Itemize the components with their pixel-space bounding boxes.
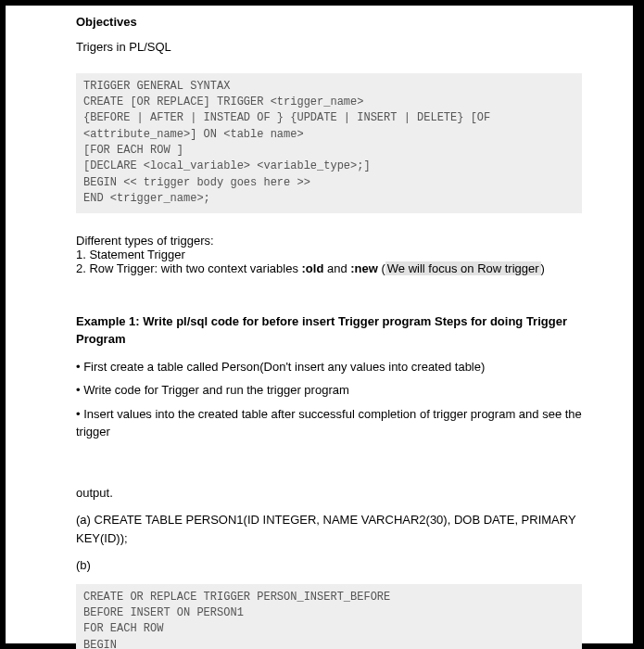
row-trigger-text-c: and xyxy=(323,261,350,275)
example1-heading: Example 1: Write pl/sql code for before … xyxy=(76,312,582,349)
document-page: Objectives Trigers in PL/SQL TRIGGER GEN… xyxy=(6,6,633,643)
step-2: • Write code for Trigger and run the tri… xyxy=(76,381,582,400)
row-trigger-text-e: ( xyxy=(378,261,385,275)
syntax-code-block: TRIGGER GENERAL SYNTAX CREATE [OR REPLAC… xyxy=(76,73,582,213)
trigger-code-block: CREATE OR REPLACE TRIGGER PERSON_INSERT_… xyxy=(76,584,582,649)
step-1: • First create a table called Person(Don… xyxy=(76,358,582,376)
line-a: (a) CREATE TABLE PERSON1(ID INTEGER, NAM… xyxy=(76,511,582,547)
trigger-type-2: 2. Row Trigger: with two context variabl… xyxy=(76,261,582,275)
new-var: :new xyxy=(350,261,378,275)
subtitle-text: Trigers in PL/SQL xyxy=(76,38,582,57)
old-var: :old xyxy=(302,261,324,275)
trigger-type-1: 1. Statement Trigger xyxy=(76,248,582,261)
output-label: output. xyxy=(76,484,582,503)
objectives-heading: Objectives xyxy=(76,15,582,29)
trigger-types-intro: Different types of triggers: xyxy=(76,234,582,248)
row-trigger-text-a: 2. Row Trigger: with two context variabl… xyxy=(76,261,302,275)
focus-highlight: We will focus on Row trigger xyxy=(385,261,541,275)
step-3: • Insert values into the created table a… xyxy=(76,405,582,441)
row-trigger-text-g: ) xyxy=(541,261,545,275)
line-b: (b) xyxy=(76,556,582,575)
